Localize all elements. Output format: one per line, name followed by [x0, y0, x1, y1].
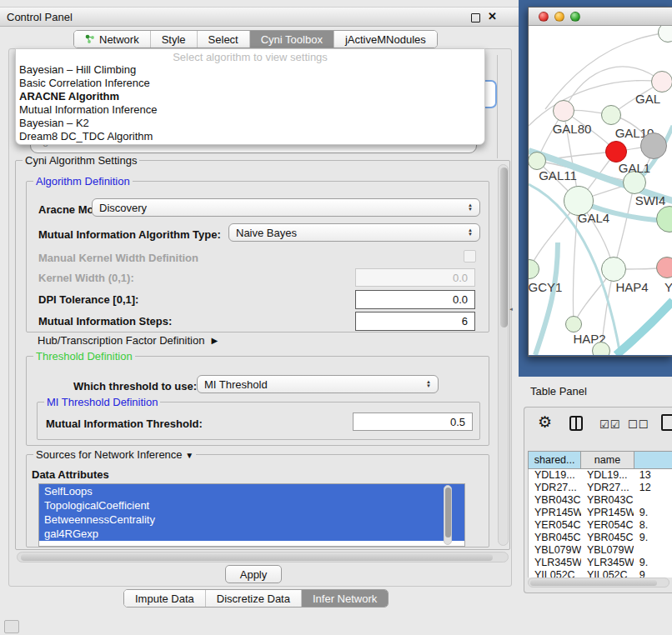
- table-row[interactable]: YPR145WYPR145W9.: [529, 507, 672, 519]
- algorithm-option-mutual-information-inference[interactable]: Mutual Information Inference: [16, 103, 484, 117]
- sources-group: Sources for Network Inference ▼ Data Att…: [26, 454, 489, 548]
- node[interactable]: [592, 342, 610, 355]
- close-traffic-light[interactable]: [539, 12, 549, 22]
- node-table: shared...name YDL19...YDL19...13YDR27...…: [528, 451, 672, 578]
- spinner-icon: ▲▼: [468, 228, 473, 237]
- splitter-caret-icon: ◄: [509, 307, 514, 312]
- apply-button[interactable]: Apply: [225, 565, 282, 583]
- dpi-tolerance-label: DPI Tolerance [0,1]:: [38, 293, 138, 306]
- tab-network[interactable]: Network: [74, 31, 151, 48]
- algorithm-option-basic-correlation-inference[interactable]: Basic Correlation Inference: [16, 77, 484, 90]
- table-cell: YBR043C: [581, 494, 634, 507]
- expand-down-icon: ▼: [185, 451, 193, 460]
- hub-section-toggle[interactable]: Hub/Transcription Factor Definition ▶: [38, 334, 218, 347]
- mi-steps-field[interactable]: 6: [355, 312, 475, 331]
- kernel-width-field[interactable]: 0.0: [355, 268, 475, 287]
- table-row[interactable]: YBR045CYBR045C9.: [529, 532, 672, 544]
- node-gal80[interactable]: [553, 100, 574, 122]
- dpi-tolerance-field[interactable]: 0.0: [355, 290, 475, 309]
- algorithm-dropdown[interactable]: Select algorithm to view settings Bayesi…: [15, 48, 485, 145]
- tab-style[interactable]: Style: [151, 31, 198, 48]
- node-gal[interactable]: [651, 71, 672, 92]
- mi-algorithm-type-combo[interactable]: Naive Bayes ▲▼: [228, 223, 480, 242]
- mini-panel-button[interactable]: [4, 620, 19, 633]
- unchecked-checkboxes-icon[interactable]: ☐☐: [628, 418, 649, 431]
- node[interactable]: [640, 132, 667, 159]
- aracne-mode-combo[interactable]: Discovery ▲▼: [92, 198, 480, 217]
- table-cell: 9.: [634, 532, 672, 544]
- table-cell: 9.: [634, 507, 672, 519]
- tab-label: Discretize Data: [217, 592, 290, 605]
- node[interactable]: [605, 141, 627, 162]
- aracne-mode-value: Discovery: [99, 202, 147, 214]
- node-hap2[interactable]: [565, 316, 582, 332]
- table-cell: [634, 544, 672, 557]
- attribute-item-topologicalcoefficient[interactable]: TopologicalCoefficient: [39, 498, 464, 512]
- table-cell: YER054C: [581, 519, 634, 532]
- table-cell: YER054C: [529, 519, 581, 532]
- table-row[interactable]: YDR27...YDR27...12: [529, 482, 672, 494]
- kernel-width-label: Kernel Width (0,1):: [38, 272, 134, 284]
- node-label-gal80: GAL80: [553, 122, 592, 136]
- column-header-item[interactable]: [634, 451, 672, 469]
- zoom-traffic-light[interactable]: [570, 12, 580, 22]
- table-cell: YLR345W: [581, 557, 634, 569]
- algorithm-option-bayesian-hill-climbing[interactable]: Bayesian – Hill Climbing: [16, 63, 484, 77]
- table-row[interactable]: YBL079WYBL079W: [529, 544, 672, 557]
- table-header-row: shared...name: [528, 451, 672, 469]
- tab-select[interactable]: Select: [198, 31, 250, 48]
- float-icon[interactable]: [471, 13, 480, 22]
- attribute-item-gal4rgexp[interactable]: gal4RGexp: [39, 527, 464, 541]
- node-gal10[interactable]: [601, 105, 621, 125]
- tab-discretize-data[interactable]: Discretize Data: [206, 590, 302, 607]
- table-horizontal-scrollbar[interactable]: [528, 578, 669, 588]
- table-cell: YBL079W: [581, 544, 634, 557]
- table-row[interactable]: YIL052CYIL052C9: [529, 569, 672, 578]
- column-header-name[interactable]: name: [580, 451, 633, 469]
- settings-horizontal-scrollbar[interactable]: [17, 552, 509, 562]
- tab-label: Infer Network: [313, 592, 377, 605]
- data-attributes-list[interactable]: SelfLoopsTopologicalCoefficientBetweenne…: [38, 483, 465, 547]
- tab-cyni-toolbox[interactable]: Cyni Toolbox: [250, 31, 334, 48]
- gear-icon[interactable]: ⚙: [538, 412, 552, 432]
- node-y[interactable]: [656, 257, 672, 278]
- network-canvas[interactable]: GALGAL80GAL10GAL11GAL1SWI4GAL4GCY1HAP4YH…: [529, 26, 672, 355]
- which-threshold-combo[interactable]: MI Threshold ▲▼: [197, 375, 439, 393]
- attribute-item-selfloops[interactable]: SelfLoops: [39, 484, 464, 498]
- mi-threshold-field[interactable]: 0.5: [353, 412, 473, 431]
- network-icon: [85, 34, 95, 44]
- node-hap4[interactable]: [601, 257, 626, 282]
- mi-threshold-label: Mutual Information Threshold:: [46, 418, 203, 430]
- control-panel-title: Control Panel: [7, 11, 73, 23]
- table-cell: 9: [634, 569, 672, 578]
- checked-checkboxes-icon[interactable]: ☑☑: [599, 418, 620, 431]
- settings-vertical-scrollbar[interactable]: [498, 164, 509, 546]
- close-icon[interactable]: ✕: [488, 10, 497, 22]
- table-row[interactable]: YDL19...YDL19...13: [529, 469, 672, 482]
- table-row[interactable]: YLR345WYLR345W9.: [529, 557, 672, 569]
- algorithm-definition-legend: Algorithm Definition: [33, 175, 133, 188]
- document-icon[interactable]: [661, 414, 672, 431]
- algorithm-option-dream8-dc-tdc-algorithm[interactable]: Dream8 DC_TDC Algorithm: [16, 130, 484, 143]
- split-columns-icon[interactable]: [569, 416, 583, 431]
- attributes-list-scrollbar[interactable]: [444, 485, 452, 545]
- manual-kernel-checkbox[interactable]: [464, 250, 476, 262]
- node-label-gal1: GAL1: [619, 161, 650, 175]
- algorithm-definition-group: Algorithm Definition Aracne Mode: Discov…: [26, 181, 489, 332]
- table-row[interactable]: YBR043CYBR043C: [529, 494, 672, 507]
- tab-infer-network[interactable]: Infer Network: [302, 590, 388, 607]
- minimize-traffic-light[interactable]: [554, 12, 564, 22]
- mi-algorithm-type-label: Mutual Information Algorithm Type:: [38, 228, 221, 241]
- table-row[interactable]: YER054CYER054C8.: [529, 519, 672, 532]
- column-header-shared[interactable]: shared...: [528, 451, 580, 469]
- table-panel-title: Table Panel: [530, 385, 587, 398]
- tab-impute-data[interactable]: Impute Data: [124, 590, 206, 607]
- algorithm-option-bayesian-k2[interactable]: Bayesian – K2: [16, 117, 484, 130]
- table-panel: ⚙ ☑☑ ☐☐ shared...name YDL19...YDL19...13…: [524, 407, 672, 593]
- attribute-item-betweennesscentrality[interactable]: BetweennessCentrality: [39, 512, 464, 527]
- node-label-gal: GAL: [635, 92, 660, 106]
- sources-legend[interactable]: Sources for Network Inference ▼: [33, 448, 196, 461]
- algorithm-option-aracne-algorithm[interactable]: ARACNE Algorithm: [16, 90, 484, 103]
- tab-jactivemnodules[interactable]: jActiveMNodules: [334, 31, 437, 48]
- control-panel-titlebar: Control Panel ✕: [0, 7, 519, 27]
